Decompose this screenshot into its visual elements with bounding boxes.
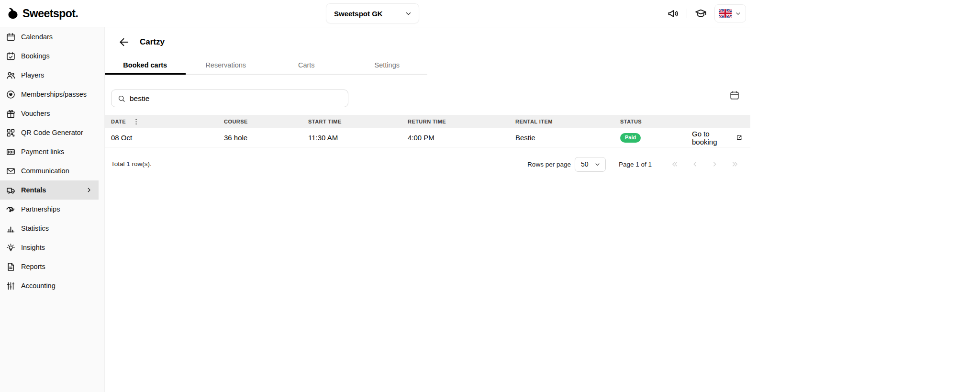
search-icon <box>117 94 126 103</box>
table-row: 08 Oct36 hole11:30 AM4:00 PMBestiePaidGo… <box>105 128 750 147</box>
sidebar-item-label: Communication <box>21 167 69 175</box>
cell-action: Go to booking <box>692 130 743 146</box>
qr-code-icon <box>6 128 16 138</box>
tabs: Booked cartsReservationsCartsSettings <box>105 56 427 75</box>
club-selector-value: Sweetspot GK <box>334 10 383 18</box>
page-info-text: Page 1 of 1 <box>619 161 652 168</box>
column-header-rental-item: RENTAL ITEM <box>515 119 620 124</box>
sidebar-item-label: Reports <box>21 263 45 270</box>
cell-rental-item: Bestie <box>515 134 620 142</box>
previous-page-button[interactable] <box>690 159 700 169</box>
go-to-booking-label: Go to booking <box>692 130 733 146</box>
tab-reservations[interactable]: Reservations <box>186 56 267 74</box>
sidebar-item-players[interactable]: Players <box>0 66 104 85</box>
column-header-start-time: START TIME <box>308 119 408 124</box>
rows-per-page-value: 50 <box>581 160 589 168</box>
rows-per-page-label: Rows per page <box>527 161 571 168</box>
pagination-controls: Rows per page 50 Page 1 of 1 <box>527 156 740 173</box>
sidebar-item-label: Partnerships <box>21 205 60 213</box>
learning-graduation-cap-icon[interactable] <box>694 7 707 20</box>
column-header-label: STATUS <box>620 119 642 124</box>
cell-course: 36 hole <box>224 134 308 142</box>
sidebar-item-label: Payment links <box>21 148 64 156</box>
table-body: 08 Oct36 hole11:30 AM4:00 PMBestiePaidGo… <box>105 128 750 147</box>
sidebar-item-label: Players <box>21 71 44 79</box>
sweetspot-brand[interactable]: Sweetspot. <box>6 0 78 27</box>
sidebar-item-insights[interactable]: Insights <box>0 238 104 257</box>
cell-status: Paid <box>620 133 692 143</box>
sidebar-item-qr-code-generator[interactable]: QR Code Generator <box>0 123 104 142</box>
sidebar-item-accounting[interactable]: Accounting <box>0 276 104 295</box>
column-header-label: RENTAL ITEM <box>515 119 553 124</box>
sidebar-item-payment-links[interactable]: Payment links <box>0 142 104 161</box>
calendar-view-toggle-icon[interactable] <box>729 90 740 101</box>
sidebar-item-vouchers[interactable]: Vouchers <box>0 104 104 123</box>
column-header-return-time: RETURN TIME <box>408 119 515 124</box>
users-icon <box>6 70 16 80</box>
sidebar-item-label: Memberships/passes <box>21 90 87 98</box>
back-arrow-button[interactable] <box>118 36 130 48</box>
brand-name: Sweetspot. <box>22 7 78 20</box>
gift-icon <box>6 109 16 119</box>
sliders-icon <box>6 281 16 291</box>
pager-buttons <box>670 159 740 169</box>
sidebar-item-rentals[interactable]: Rentals <box>0 180 99 200</box>
announcements-megaphone-icon[interactable] <box>667 7 679 20</box>
chevron-down-icon <box>735 10 742 17</box>
chevron-right-icon <box>85 186 93 194</box>
table-header: DATECOURSESTART TIMERETURN TIMERENTAL IT… <box>105 115 750 128</box>
sidebar-item-statistics[interactable]: Statistics <box>0 219 104 238</box>
external-link-icon <box>736 134 743 141</box>
sidebar-item-partnerships[interactable]: Partnerships <box>0 200 104 219</box>
search-input[interactable] <box>130 94 342 103</box>
tab-settings[interactable]: Settings <box>347 56 428 74</box>
sidebar-item-label: Rentals <box>21 186 46 194</box>
last-page-button[interactable] <box>730 159 740 169</box>
sidebar-item-label: Calendars <box>21 33 53 41</box>
sidebar-item-communication[interactable]: Communication <box>0 161 104 180</box>
sidebar-item-memberships-passes[interactable]: Memberships/passes <box>0 85 104 104</box>
sidebar-item-reports[interactable]: Reports <box>0 257 104 276</box>
chevron-down-icon <box>404 10 412 18</box>
column-header-course: COURSE <box>224 119 308 124</box>
membership-icon <box>6 90 16 100</box>
tab-carts[interactable]: Carts <box>266 56 347 74</box>
sidebar-item-bookings[interactable]: Bookings <box>0 46 104 66</box>
sidebar-item-calendars[interactable]: Calendars <box>0 27 104 46</box>
first-page-button[interactable] <box>670 159 679 169</box>
language-selector[interactable] <box>714 4 746 22</box>
column-header-label: COURSE <box>224 119 248 124</box>
column-header-label: RETURN TIME <box>408 119 446 124</box>
handshake-icon <box>6 204 16 214</box>
cell-return-time: 4:00 PM <box>408 134 515 142</box>
app-window: Sweetspot. Sweetspot GK CalendarsBooking… <box>0 0 750 392</box>
bar-chart-icon <box>6 224 16 234</box>
main-content: Cartzy Booked cartsReservationsCartsSett… <box>105 27 750 392</box>
sidebar-item-label: Bookings <box>21 52 50 60</box>
column-header-status: STATUS <box>620 119 692 124</box>
sidebar-item-label: Insights <box>21 244 45 251</box>
topbar-divider <box>687 9 687 18</box>
tab-label: Booked carts <box>123 61 167 69</box>
payment-icon <box>6 147 16 157</box>
rows-per-page-select[interactable]: 50 <box>575 157 606 172</box>
sidebar-item-label: QR Code Generator <box>21 129 83 136</box>
page-header: Cartzy <box>118 36 165 48</box>
tab-booked-carts[interactable]: Booked carts <box>105 56 186 74</box>
sidebar-item-label: Statistics <box>21 224 49 232</box>
go-to-booking-link[interactable]: Go to booking <box>692 130 743 146</box>
column-menu-kebab-icon[interactable] <box>132 118 140 126</box>
column-header-label: DATE <box>111 119 126 124</box>
sidebar-item-label: Vouchers <box>21 110 50 117</box>
sidebar-nav: CalendarsBookingsPlayersMemberships/pass… <box>0 27 105 392</box>
table-footer: Total 1 row(s). Rows per page 50 Page 1 … <box>105 156 750 173</box>
cell-start-time: 11:30 AM <box>308 134 408 142</box>
next-page-button[interactable] <box>710 159 720 169</box>
tab-label: Carts <box>298 61 315 69</box>
cell-date: 08 Oct <box>111 134 224 142</box>
calendar-check-icon <box>6 51 16 61</box>
topbar-actions <box>667 0 746 27</box>
rental-cart-icon <box>6 185 16 195</box>
club-selector-dropdown[interactable]: Sweetspot GK <box>326 3 419 23</box>
chevron-down-icon <box>594 161 601 168</box>
